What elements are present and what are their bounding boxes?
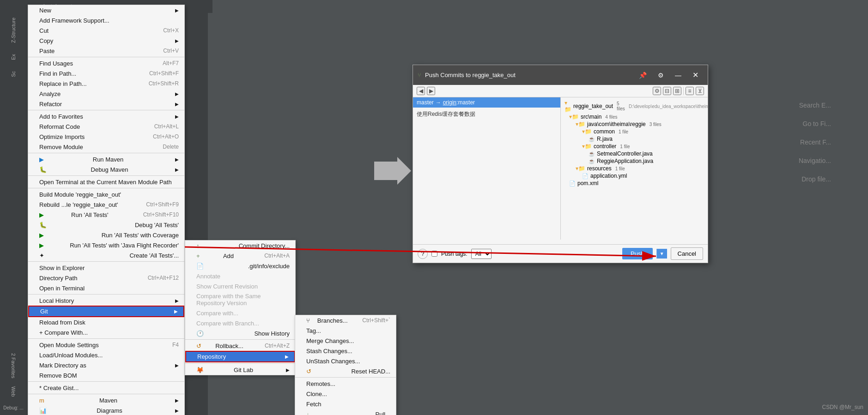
menu-item-reformat-code[interactable]: Reformat CodeCtrl+Alt+L <box>28 121 184 132</box>
menu-item-build-module[interactable]: Build Module 'reggie_take_out' <box>28 189 184 199</box>
repo-remotes[interactable]: Remotes... <box>295 379 396 389</box>
repo-merge[interactable]: Merge Changes... <box>295 336 396 346</box>
tree-controller-badge: 1 file <box>620 144 630 149</box>
menu-item-debug-maven[interactable]: 🐛Debug Maven▶ <box>28 164 184 174</box>
tree-resources[interactable]: ▾📁 resources 1 file <box>563 165 706 172</box>
git-rollback[interactable]: ↺Rollback...Ctrl+Alt+Z <box>185 341 295 351</box>
tree-pom-label: pom.xml <box>577 180 598 186</box>
menu-item-debug-all-tests[interactable]: 🐛Debug 'All Tests' <box>28 220 184 230</box>
tree-root-name: reggie_take_out <box>573 103 613 109</box>
menu-item-create-gist[interactable]: * Create Gist... <box>28 383 184 393</box>
menu-item-mark-directory[interactable]: Mark Directory as▶ <box>28 360 184 370</box>
repo-reset-head[interactable]: ↺Reset HEAD... <box>295 366 396 376</box>
sidebar-tab-explorer[interactable]: Ex <box>9 50 18 64</box>
repo-branches[interactable]: ⑂Branches...Ctrl+Shift+` <box>295 315 396 325</box>
menu-item-run-all-tests[interactable]: ▶Run 'All Tests'Ctrl+Shift+F10 <box>28 210 184 220</box>
tree-java-reggie[interactable]: ▾📁 java\com\itheima\reggie 3 files <box>563 120 706 128</box>
repo-tag[interactable]: Tag... <box>295 325 396 336</box>
push-dropdown-arrow[interactable]: ▼ <box>656 249 667 259</box>
pin-button[interactable]: 📌 <box>634 68 651 82</box>
menu-item-remove-bom[interactable]: Remove BOM <box>28 370 184 380</box>
menu-item-open-terminal-maven[interactable]: Open Terminal at the Current Maven Modul… <box>28 177 184 187</box>
menu-item-find-in-path[interactable]: Find in Path...Ctrl+Shift+F <box>28 68 184 78</box>
menu-item-remove-module[interactable]: Remove ModuleDelete <box>28 142 184 152</box>
menu-item-show-explorer[interactable]: Show in Explorer <box>28 263 184 273</box>
tree-srcmain[interactable]: ▾📁 src\main 4 files <box>563 113 706 120</box>
cancel-button[interactable]: Cancel <box>671 247 703 260</box>
menu-item-cut[interactable]: CutCtrl+X <box>28 25 184 36</box>
menu-item-refactor[interactable]: Refactor▶ <box>28 99 184 109</box>
menu-item-new[interactable]: New▶ <box>28 5 184 15</box>
svg-marker-0 <box>374 157 411 185</box>
menu-item-paste[interactable]: PasteCtrl+V <box>28 46 184 56</box>
menu-item-add-framework[interactable]: Add Framework Support... <box>28 15 184 25</box>
menu-item-directory-path[interactable]: Directory PathCtrl+Alt+F12 <box>28 273 184 283</box>
git-gitlab[interactable]: 🦊Git Lab▶ <box>185 365 295 375</box>
push-button[interactable]: Push <box>622 248 653 259</box>
help-button[interactable]: ? <box>418 249 428 259</box>
git-commit-dir[interactable]: ↑Commit Directory... <box>185 241 295 251</box>
menu-item-open-module-settings[interactable]: Open Module SettingsF4 <box>28 340 184 350</box>
tree-application-yml[interactable]: 📄 application.yml <box>563 172 706 180</box>
tree-setmeal-controller[interactable]: ☕ SetmealController.java <box>563 150 706 157</box>
menu-item-replace-in-path[interactable]: Replace in Path...Ctrl+Shift+R <box>28 78 184 89</box>
push-tags-select[interactable]: All <box>471 249 492 259</box>
close-button[interactable]: ✕ <box>688 68 703 82</box>
menu-item-load-unload[interactable]: Load/Unload Modules... <box>28 350 184 360</box>
repo-stash[interactable]: Stash Changes... <box>295 346 396 356</box>
menu-item-analyze[interactable]: Analyze▶ <box>28 89 184 99</box>
menu-item-compare-with[interactable]: + Compare With... <box>28 327 184 337</box>
menu-item-git[interactable]: Git▶ <box>28 306 184 317</box>
repo-unstash[interactable]: UnStash Changes... <box>295 356 396 366</box>
tree-root[interactable]: ▾📁 reggie_take_out 5 files D:\develop\ed… <box>563 99 706 113</box>
commit-item[interactable]: 使用Redis缓存套餐数据 <box>417 109 557 119</box>
menu-item-maven[interactable]: mMaven▶ <box>28 395 184 405</box>
toolbar-right-btn[interactable]: ▶ <box>427 87 435 95</box>
menu-item-add-favorites[interactable]: Add to Favorites▶ <box>28 111 184 121</box>
settings-button[interactable]: ⚙ <box>653 68 668 82</box>
minimize-button[interactable]: — <box>670 68 686 82</box>
git-show-history[interactable]: 🕐Show History <box>185 328 295 338</box>
sep7 <box>28 294 184 295</box>
tree-root-path: D:\develop\edu_idea_workspace\itheima <box>629 104 708 109</box>
menu-item-copy[interactable]: Copy▶ <box>28 36 184 46</box>
menu-item-local-history[interactable]: Local History▶ <box>28 295 184 306</box>
toolbar-sort-btn[interactable]: ≡ <box>686 87 694 95</box>
branch-remote[interactable]: origin <box>443 99 456 106</box>
menu-item-run-recorder[interactable]: ▶Run 'All Tests' with 'Java Flight Recor… <box>28 240 184 250</box>
git-gitinfo[interactable]: 📄.git/info/exclude <box>185 261 295 271</box>
menu-item-reload-disk[interactable]: Reload from Disk <box>28 317 184 327</box>
xml-icon: 📄 <box>569 180 576 186</box>
tree-root-badge: 5 files <box>617 101 625 111</box>
tree-common[interactable]: ▾📁 common 1 file <box>563 128 706 135</box>
toolbar-collapse-btn[interactable]: ⊟ <box>663 87 671 95</box>
git-add[interactable]: +AddCtrl+Alt+A <box>185 251 295 261</box>
sidebar-tab-sc[interactable]: Sc <box>9 67 18 81</box>
tree-controller[interactable]: ▾📁 controller 1 file <box>563 143 706 150</box>
sidebar-tab-structure[interactable]: Z-Structure <box>9 14 18 47</box>
menu-item-find-usages[interactable]: Find UsagesAlt+F7 <box>28 58 184 68</box>
menu-item-run-maven[interactable]: ▶Run Maven▶ <box>28 154 184 164</box>
toolbar-expand-btn[interactable]: ⊞ <box>673 87 681 95</box>
sidebar-tab-favorites[interactable]: 2 Favorites <box>11 353 16 378</box>
git-repository[interactable]: Repository▶ <box>185 351 295 362</box>
menu-item-rebuild[interactable]: Rebuild ...le 'reggie_take_out'Ctrl+Shif… <box>28 199 184 210</box>
toolbar-filter-btn[interactable]: ⊻ <box>696 87 704 95</box>
sidebar-tab-web[interactable]: Web <box>11 386 16 397</box>
push-tags-checkbox[interactable] <box>431 251 437 257</box>
repo-fetch[interactable]: Fetch <box>295 399 396 409</box>
repo-clone[interactable]: Clone... <box>295 389 396 399</box>
toolbar-left-btn[interactable]: ◀ <box>417 87 425 95</box>
tree-r-java[interactable]: ☕ R.java <box>563 135 706 143</box>
menu-item-optimize-imports[interactable]: Optimize ImportsCtrl+Alt+O <box>28 132 184 142</box>
tree-reggie-app[interactable]: ☕ ReggieApplication.java <box>563 157 706 165</box>
dialog-title: Push Commits to reggie_take_out <box>425 72 516 78</box>
menu-item-open-in-terminal[interactable]: Open in Terminal <box>28 283 184 293</box>
menu-item-diagrams[interactable]: 📊Diagrams▶ <box>28 405 184 415</box>
toolbar-settings-btn[interactable]: ⚙ <box>653 87 661 95</box>
tree-pom-xml[interactable]: 📄 pom.xml <box>563 180 706 187</box>
menu-item-create-all-tests[interactable]: ✦Create 'All Tests'... <box>28 250 184 260</box>
repo-pull[interactable]: ↓Pull... <box>295 409 396 415</box>
tree-srcmain-label: src\main <box>581 114 601 120</box>
menu-item-run-coverage[interactable]: ▶Run 'All Tests' with Coverage <box>28 230 184 240</box>
